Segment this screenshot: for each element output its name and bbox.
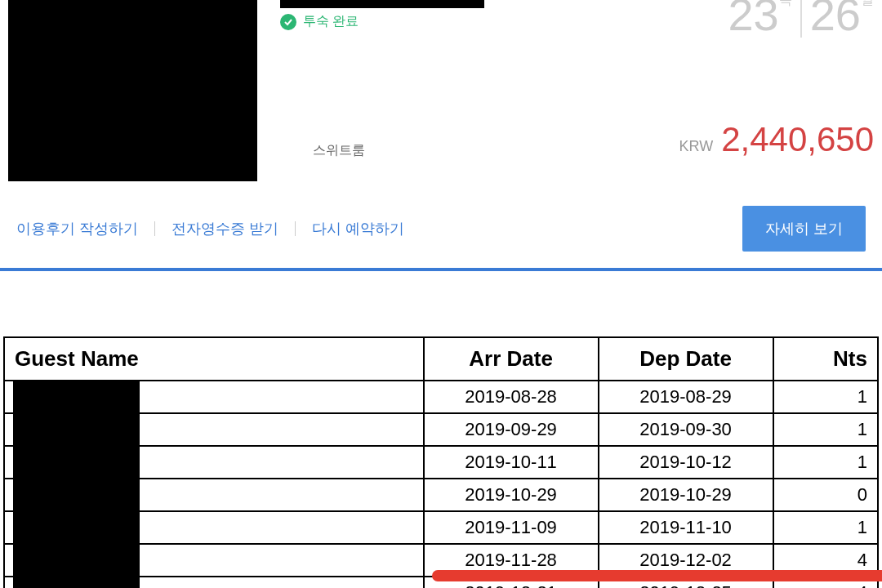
detail-button[interactable]: 자세히 보기 <box>742 206 866 252</box>
cell-arr: 2019-10-11 <box>424 446 599 479</box>
guest-name-redacted-column <box>13 381 140 588</box>
cell-arr: 2019-11-09 <box>424 511 599 544</box>
cell-arr: 2019-09-29 <box>424 413 599 446</box>
cell-dep: 2019-10-29 <box>599 479 773 511</box>
checkin-date: 23목 <box>728 0 791 38</box>
checkin-dow: 목 <box>779 0 792 7</box>
cell-nts: 1 <box>773 511 878 544</box>
cell-dep: 2019-11-10 <box>599 511 773 544</box>
write-review-link[interactable]: 이용후기 작성하기 <box>16 219 154 238</box>
cell-dep: 2019-09-30 <box>599 413 773 446</box>
room-price-row: 스위트룸 KRW2,440,650 <box>280 120 874 159</box>
th-nts: Nts <box>773 337 878 381</box>
hotel-name-redacted <box>280 0 484 8</box>
th-arr: Arr Date <box>424 337 599 381</box>
price-value: 2,440,650 <box>721 120 874 158</box>
cell-arr: 2019-08-28 <box>424 381 599 413</box>
booking-thumbnail-redacted <box>8 0 257 181</box>
guest-table-wrap: Guest Name Arr Date Dep Date Nts 2019-08… <box>0 336 882 588</box>
checkout-dow: 일 <box>861 0 874 7</box>
status-label: 투숙 완료 <box>303 13 359 30</box>
rebook-link[interactable]: 다시 예약하기 <box>296 219 421 238</box>
cell-dep: 2019-08-29 <box>599 381 773 413</box>
currency-label: KRW <box>679 138 713 154</box>
cell-nts: 1 <box>773 381 878 413</box>
checkmark-icon <box>280 14 296 30</box>
action-links: 이용후기 작성하기 전자영수증 받기 다시 예약하기 <box>16 219 421 238</box>
checkin-day: 23 <box>728 0 778 40</box>
price-group: KRW2,440,650 <box>679 120 874 159</box>
cell-nts: 1 <box>773 413 878 446</box>
checkout-date: 26일 <box>810 0 874 38</box>
th-guest: Guest Name <box>4 337 424 381</box>
booking-card: 투숙 완료 스위트룸 KRW2,440,650 23목 26일 <box>0 0 882 181</box>
cell-nts: 1 <box>773 446 878 479</box>
date-separator <box>800 0 802 38</box>
cell-arr: 2019-10-29 <box>424 479 599 511</box>
cell-dep: 2019-10-12 <box>599 446 773 479</box>
highlight-annotation <box>432 570 882 581</box>
room-type: 스위트룸 <box>313 142 365 159</box>
action-bar: 이용후기 작성하기 전자영수증 받기 다시 예약하기 자세히 보기 <box>0 189 882 271</box>
checkout-day: 26 <box>810 0 861 40</box>
th-dep: Dep Date <box>599 337 773 381</box>
receipt-link[interactable]: 전자영수증 받기 <box>155 219 295 238</box>
stay-dates: 23목 26일 <box>728 0 874 38</box>
cell-nts: 0 <box>773 479 878 511</box>
